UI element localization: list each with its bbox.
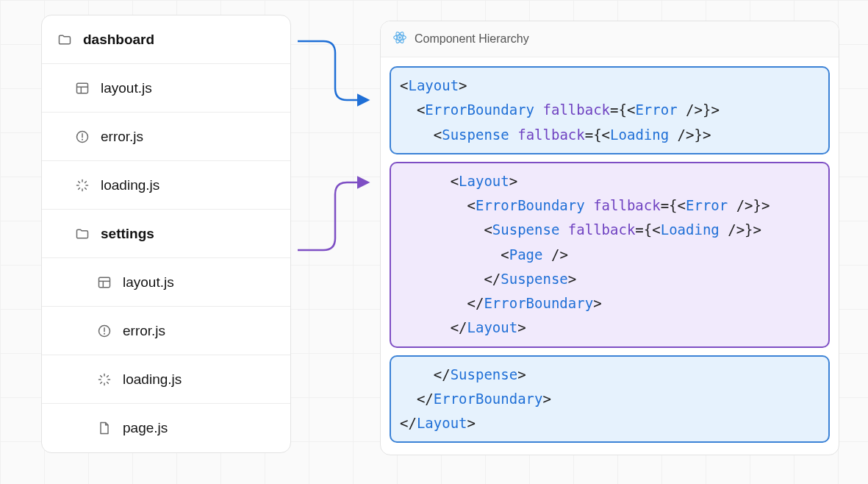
file-row-layout-js: layout.js xyxy=(42,258,290,307)
code-line: <Page /> xyxy=(400,243,819,267)
arrow-dashboard-to-outer xyxy=(298,41,367,100)
error-icon xyxy=(96,323,112,339)
code-line: <ErrorBoundary fallback={<Error />}> xyxy=(400,193,819,218)
code-line: <Suspense fallback={<Loading />}> xyxy=(400,218,819,242)
code-block-purple-1: <Layout> <ErrorBoundary fallback={<Error… xyxy=(390,162,830,348)
component-hierarchy-body: <Layout> <ErrorBoundary fallback={<Error… xyxy=(381,57,839,455)
arrow-settings-to-inner xyxy=(298,182,367,250)
error-icon xyxy=(74,129,90,145)
file-row-page-js: page.js xyxy=(42,404,290,452)
code-line: </Suspense> xyxy=(400,267,819,291)
file-label: layout.js xyxy=(101,80,152,96)
component-hierarchy-title: Component Hierarchy xyxy=(415,32,529,46)
file-row-error-js: error.js xyxy=(42,307,290,355)
folder-icon xyxy=(74,226,90,242)
file-icon xyxy=(96,420,112,436)
code-line: </Suspense> xyxy=(400,363,819,387)
code-block-blue-0: <Layout> <ErrorBoundary fallback={<Error… xyxy=(390,66,830,154)
svg-point-0 xyxy=(398,36,401,38)
component-hierarchy-panel: Component Hierarchy <Layout> <ErrorBound… xyxy=(380,21,839,455)
code-line: </ErrorBoundary> xyxy=(400,291,819,316)
file-row-settings: settings xyxy=(42,210,290,258)
spinner-icon xyxy=(74,177,90,193)
file-row-loading-js: loading.js xyxy=(42,355,290,404)
file-row-loading-js: loading.js xyxy=(42,161,290,210)
code-line: </ErrorBoundary> xyxy=(400,387,819,411)
file-row-dashboard: dashboard xyxy=(42,15,290,64)
layout-icon xyxy=(96,274,112,291)
file-label: error.js xyxy=(123,323,165,339)
file-label: error.js xyxy=(101,129,143,145)
code-line: </Layout> xyxy=(400,316,819,340)
react-icon xyxy=(392,30,407,48)
component-hierarchy-header: Component Hierarchy xyxy=(381,21,839,57)
file-label: page.js xyxy=(123,420,168,436)
file-label: layout.js xyxy=(123,274,174,291)
file-tree-panel: dashboardlayout.jserror.jsloading.jssett… xyxy=(41,15,291,453)
code-block-blue-2: </Suspense> </ErrorBoundary></Layout> xyxy=(390,355,830,444)
code-line: </Layout> xyxy=(400,411,819,435)
code-line: <Layout> xyxy=(400,74,819,98)
file-label: loading.js xyxy=(123,371,182,388)
code-line: <Layout> xyxy=(400,169,819,193)
file-label: settings xyxy=(101,226,154,242)
file-label: dashboard xyxy=(83,32,154,48)
layout-icon xyxy=(74,80,90,96)
code-line: <Suspense fallback={<Loading />}> xyxy=(400,123,819,147)
file-row-error-js: error.js xyxy=(42,113,290,161)
spinner-icon xyxy=(96,371,112,388)
folder-icon xyxy=(57,32,73,48)
code-line: <ErrorBoundary fallback={<Error />}> xyxy=(400,98,819,122)
file-label: loading.js xyxy=(101,177,159,193)
file-row-layout-js: layout.js xyxy=(42,64,290,113)
